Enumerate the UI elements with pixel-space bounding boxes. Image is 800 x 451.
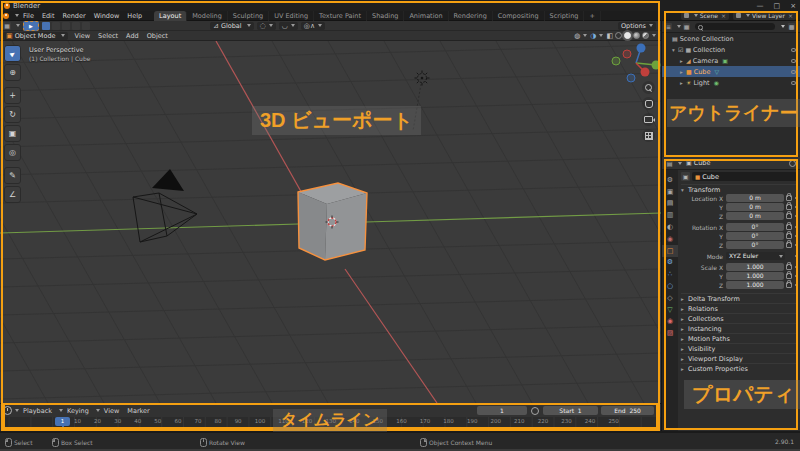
scale-y-field[interactable]: 1.000 — [726, 272, 784, 280]
checkbox-icon[interactable]: ☑ — [678, 46, 683, 53]
section-viewport-display[interactable]: ▸Viewport Display — [681, 353, 797, 363]
section-delta-transform[interactable]: ▸Delta Transform — [681, 293, 797, 303]
transform-tool-button[interactable]: ◎ — [4, 144, 21, 161]
rot-z-field[interactable]: 0° — [726, 241, 784, 249]
proportional-editing-dropdown[interactable]: ◎∧ — [301, 22, 325, 30]
tab-scripting[interactable]: Scripting — [545, 11, 585, 21]
transform-orientation-dropdown[interactable]: ⊿ Global — [210, 22, 254, 30]
menu-window[interactable]: Window — [90, 12, 124, 20]
tab-constraints[interactable]: ◇ — [662, 292, 678, 304]
rot-y-field[interactable]: 0° — [726, 232, 784, 240]
outliner-row-light[interactable]: ▸ ☀ Light ◉ — [662, 77, 800, 88]
shading-rendered-button[interactable] — [642, 32, 649, 39]
menu-view[interactable]: View — [100, 407, 123, 415]
lock-icon[interactable] — [786, 282, 792, 288]
navigation-gizmo[interactable] — [612, 44, 661, 83]
animate-dot-icon[interactable] — [795, 226, 798, 229]
menu-view[interactable]: View — [71, 32, 94, 40]
tab-modeling[interactable]: Modeling — [187, 11, 228, 21]
menu-file[interactable]: File — [19, 12, 38, 20]
shading-solid-button[interactable] — [624, 32, 631, 39]
tab-compositing[interactable]: Compositing — [493, 11, 545, 21]
gizmos-toggle-icon[interactable]: ◍ — [574, 32, 580, 40]
tab-scene[interactable]: ◐ — [662, 221, 678, 233]
select-mode-extend-icon[interactable] — [52, 22, 60, 30]
properties-editor-icon[interactable]: ▤ — [666, 160, 673, 167]
pin-icon[interactable] — [789, 160, 796, 167]
viewport-scene[interactable] — [0, 41, 661, 403]
outliner-row-cube[interactable]: ▸ ■ Cube ▽ — [662, 66, 800, 77]
zoom-icon[interactable] — [642, 81, 655, 94]
tab-physics[interactable]: ○ — [662, 280, 678, 292]
annotate-tool-button[interactable]: ✎ — [4, 167, 21, 184]
viewport-3d[interactable]: User Perspective (1) Collection | Cube ▶… — [0, 41, 661, 403]
remove-view-layer-icon[interactable]: × — [788, 12, 793, 19]
maximize-button[interactable]: □ — [774, 2, 781, 10]
menu-select[interactable]: Select — [94, 32, 122, 40]
loc-y-field[interactable]: 0 m — [726, 203, 784, 211]
eye-icon[interactable] — [791, 81, 796, 85]
overlays-toggle-icon[interactable]: ◑ — [590, 32, 596, 40]
shading-material-button[interactable] — [633, 32, 640, 39]
unlink-scene-icon[interactable]: × — [721, 12, 726, 19]
tab-world[interactable]: ◉ — [662, 233, 678, 245]
menu-add[interactable]: Add — [122, 32, 143, 40]
cursor-tool-button[interactable]: ⊕ — [4, 64, 21, 81]
pan-hand-icon[interactable] — [642, 97, 655, 110]
outliner-search-input[interactable] — [695, 23, 775, 30]
tab-output[interactable]: ▤ — [662, 198, 678, 210]
lock-icon[interactable] — [786, 224, 792, 230]
section-motion-paths[interactable]: ▸Motion Paths — [681, 333, 797, 343]
menu-help[interactable]: Help — [123, 12, 146, 20]
menu-keying[interactable]: Keying — [63, 407, 93, 415]
select-mode-invert-icon[interactable] — [72, 22, 80, 30]
tab-shading[interactable]: Shading — [367, 11, 404, 21]
tab-tool[interactable]: ⚙ — [662, 174, 678, 186]
section-custom-properties[interactable]: ▸Custom Properties — [681, 363, 797, 373]
animate-dot-icon[interactable] — [795, 266, 798, 269]
lock-icon[interactable] — [786, 204, 792, 210]
outliner-row-camera[interactable]: ▸ ◢ Camera ▣ — [662, 55, 800, 66]
outliner-row-collection[interactable]: ▾ ☑ ▦ Collection — [662, 44, 800, 55]
lock-icon[interactable] — [786, 233, 792, 239]
editor-type-icon[interactable]: ▦ — [3, 22, 11, 30]
select-mode-subtract-icon[interactable] — [62, 22, 70, 30]
animate-dot-icon[interactable] — [795, 235, 798, 238]
select-mode-intersect-icon[interactable] — [82, 22, 90, 30]
tab-animation[interactable]: Animation — [404, 11, 448, 21]
animate-dot-icon[interactable] — [795, 275, 798, 278]
tab-object-data[interactable]: ▽ — [662, 304, 678, 316]
animate-dot-icon[interactable] — [795, 197, 798, 200]
section-collections[interactable]: ▸Collections — [681, 313, 797, 323]
eye-icon[interactable] — [791, 59, 796, 63]
eye-icon[interactable] — [791, 48, 796, 52]
tab-render[interactable]: ▣ — [662, 186, 678, 198]
mode-dropdown[interactable]: ▣ Object Mode — [3, 32, 68, 40]
menu-edit[interactable]: Edit — [38, 12, 59, 20]
lock-icon[interactable] — [786, 264, 792, 270]
menu-object[interactable]: Object — [143, 32, 172, 40]
snap-dropdown[interactable]: ◡ — [279, 22, 298, 30]
outliner-filter-icon[interactable]: ▩ — [788, 23, 795, 30]
eye-icon[interactable] — [791, 70, 796, 74]
menu-render[interactable]: Render — [58, 12, 89, 20]
section-transform[interactable]: ▾ Transform — [681, 184, 797, 194]
shading-dropdown-icon[interactable] — [652, 34, 656, 37]
pivot-point-dropdown[interactable]: ◌ — [257, 22, 276, 30]
section-relations[interactable]: ▸Relations — [681, 303, 797, 313]
active-tool-button[interactable]: ▶ — [23, 21, 39, 31]
clock-icon[interactable] — [3, 406, 12, 415]
section-visibility[interactable]: ▸Visibility — [681, 343, 797, 353]
lock-icon[interactable] — [786, 213, 792, 219]
outliner-row-scene-collection[interactable]: ▤ Scene Collection — [662, 33, 800, 44]
close-button[interactable]: × — [790, 2, 796, 10]
tab-texture[interactable]: ▨ — [662, 327, 678, 339]
loc-x-field[interactable]: 0 m — [726, 194, 784, 202]
rotation-mode-dropdown[interactable]: XYZ Euler — [726, 252, 785, 260]
tab-uv-editing[interactable]: UV Editing — [269, 11, 314, 21]
move-tool-button[interactable]: + — [4, 87, 21, 104]
blender-menu-icon[interactable] — [3, 13, 9, 19]
animate-dot-icon[interactable] — [795, 206, 798, 209]
object-name-field[interactable]: ■ Cube — [692, 172, 797, 181]
tab-view-layer[interactable]: ▥ — [662, 209, 678, 221]
